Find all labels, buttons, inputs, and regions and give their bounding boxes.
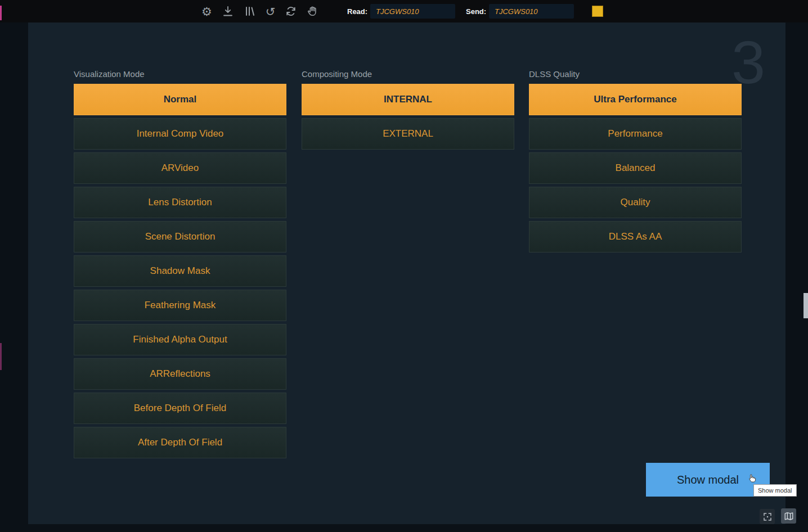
tooltip: Show modal <box>753 484 797 497</box>
option-button[interactable]: INTERNAL <box>302 84 514 115</box>
option-button[interactable]: Performance <box>529 118 742 150</box>
fullscreen-icon[interactable] <box>760 509 775 524</box>
group-label: DLSS Quality <box>529 69 742 80</box>
group-label: Visualization Mode <box>74 69 286 80</box>
option-button[interactable]: ARVideo <box>74 152 286 184</box>
option-button[interactable]: Shadow Mask <box>74 255 286 287</box>
hand-icon[interactable] <box>307 5 319 17</box>
color-swatch[interactable] <box>592 6 603 17</box>
send-input[interactable] <box>489 4 574 19</box>
read-label: Read: <box>347 7 367 16</box>
scrollbar-thumb[interactable] <box>803 293 808 318</box>
option-button[interactable]: Before Depth Of Field <box>74 393 286 424</box>
option-button[interactable]: Quality <box>529 187 742 218</box>
option-button[interactable]: DLSS As AA <box>529 221 742 253</box>
main-panel: 3 Visualization ModeNormalInternal Comp … <box>28 22 785 524</box>
sync-icon[interactable] <box>285 5 297 17</box>
option-group: DLSS QualityUltra PerformancePerformance… <box>529 69 742 255</box>
read-input[interactable] <box>370 4 455 19</box>
topbar-toolbar: ⚙ ↺ <box>201 0 319 22</box>
screen-artifact <box>0 343 2 370</box>
option-button[interactable]: After Depth Of Field <box>74 427 286 458</box>
gear-icon[interactable]: ⚙ <box>201 6 212 17</box>
option-group: Compositing ModeINTERNALEXTERNAL <box>302 69 514 152</box>
option-button[interactable]: ARReflections <box>74 358 286 390</box>
cursor-pointer-icon <box>747 473 758 484</box>
topbar: ⚙ ↺ Read: Send: <box>0 0 808 22</box>
screen-artifact <box>0 6 2 20</box>
download-icon[interactable] <box>222 5 234 17</box>
option-button[interactable]: Ultra Performance <box>529 84 742 115</box>
option-button[interactable]: Feathering Mask <box>74 290 286 321</box>
show-modal-label: Show modal <box>677 474 739 486</box>
option-button[interactable]: Internal Comp Video <box>74 118 286 150</box>
map-icon[interactable] <box>781 508 796 524</box>
group-label: Compositing Mode <box>302 69 514 80</box>
history-icon[interactable]: ↺ <box>266 6 276 17</box>
option-button[interactable]: Finished Alpha Output <box>74 324 286 355</box>
option-group: Visualization ModeNormalInternal Comp Vi… <box>74 69 286 461</box>
send-label: Send: <box>466 7 486 16</box>
library-icon[interactable] <box>244 5 256 17</box>
option-button[interactable]: Normal <box>74 84 286 115</box>
option-button[interactable]: Lens Distortion <box>74 187 286 218</box>
option-button[interactable]: Scene Distortion <box>74 221 286 253</box>
tooltip-text: Show modal <box>758 487 792 494</box>
option-button[interactable]: Balanced <box>529 152 742 184</box>
option-button[interactable]: EXTERNAL <box>302 118 514 150</box>
